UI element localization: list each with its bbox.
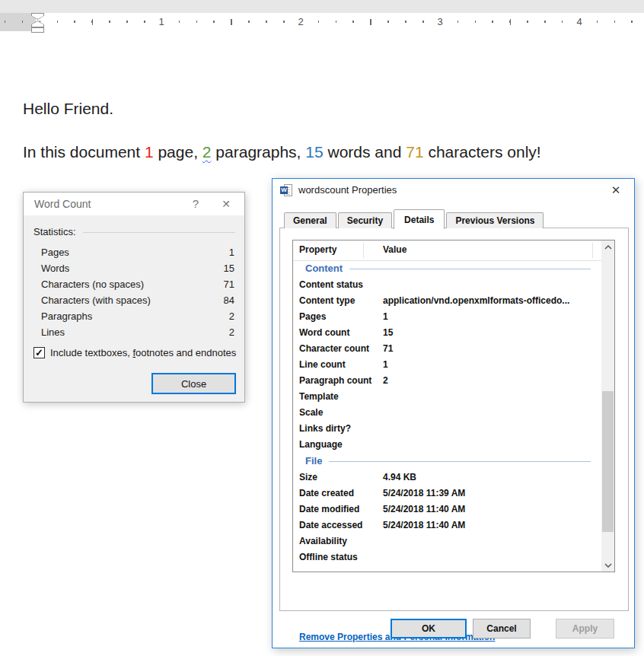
ruler-label-2: 2 xyxy=(295,16,306,28)
document-paragraph-1: Hello Friend. xyxy=(23,100,113,118)
property-row[interactable]: Offline status xyxy=(293,549,601,565)
include-textboxes-option[interactable]: ✓ Include textboxes, footnotes and endno… xyxy=(33,347,236,358)
file-properties-dialog: W wordscount Properties ✕ General Securi… xyxy=(272,178,635,648)
tab-security[interactable]: Security xyxy=(338,212,392,228)
ruler-ticks-half xyxy=(22,19,644,25)
column-divider xyxy=(363,243,364,258)
scrollbar-thumb[interactable] xyxy=(602,391,614,532)
details-tab-page: Property Value Content Content status Co… xyxy=(279,228,629,611)
close-button[interactable]: Close xyxy=(151,373,236,394)
properties-tabs: General Security Details Previous Versio… xyxy=(284,209,545,228)
checkbox-label: Include textboxes, footnotes and endnote… xyxy=(50,347,236,358)
stat-row-pages: Pages 1 xyxy=(24,244,244,260)
word-count-title: Word Count xyxy=(34,193,91,215)
stat-row-paragraphs: Paragraphs 2 xyxy=(24,308,244,324)
doc-text: words and xyxy=(324,143,406,161)
first-line-indent-marker[interactable] xyxy=(31,13,44,20)
property-row[interactable]: Language xyxy=(293,437,601,453)
stat-row-lines: Lines 2 xyxy=(24,324,244,340)
horizontal-ruler: 1 2 3 4 xyxy=(0,0,644,31)
doc-text: In this document xyxy=(23,143,145,161)
indent-markers xyxy=(31,13,44,33)
tab-previous-versions[interactable]: Previous Versions xyxy=(446,212,544,228)
doc-text: paragraphs, xyxy=(212,143,306,161)
doc-characters-number: 71 xyxy=(406,143,423,161)
properties-list-header: Property Value xyxy=(293,240,601,261)
ruler-label-3: 3 xyxy=(434,16,445,28)
doc-words-number: 15 xyxy=(305,143,323,161)
word-count-titlebar[interactable]: Word Count ? ✕ xyxy=(24,193,244,215)
property-row[interactable]: Availability xyxy=(293,533,601,549)
cancel-button[interactable]: Cancel xyxy=(473,619,531,638)
column-header-property[interactable]: Property xyxy=(299,240,336,260)
property-row[interactable]: Date modified 5/24/2018 11:40 AM xyxy=(293,502,601,517)
property-row[interactable]: Size 4.94 KB xyxy=(293,470,601,486)
hanging-indent-marker[interactable] xyxy=(31,21,44,27)
check-icon: ✓ xyxy=(35,348,43,358)
doc-text: characters only! xyxy=(424,143,541,161)
statistics-label: Statistics: xyxy=(33,226,76,237)
property-row[interactable]: Paragraph count 2 xyxy=(293,373,601,389)
scroll-up-icon[interactable] xyxy=(601,240,614,253)
section-header-content: Content xyxy=(293,260,601,277)
scroll-down-icon[interactable] xyxy=(601,559,614,572)
column-divider xyxy=(592,243,593,258)
property-row[interactable]: Line count 1 xyxy=(293,357,601,373)
properties-titlebar[interactable]: W wordscount Properties ✕ xyxy=(273,179,634,202)
document-paragraph-2: In this document 1 page, 2 paragraphs, 1… xyxy=(23,143,541,161)
tab-details[interactable]: Details xyxy=(394,209,445,229)
property-row[interactable]: Word count 15 xyxy=(293,325,601,341)
help-icon[interactable]: ? xyxy=(187,193,205,215)
property-row[interactable]: Content type application/vnd.openxmlform… xyxy=(293,293,601,309)
property-row[interactable]: Character count 71 xyxy=(293,341,601,357)
statistics-divider xyxy=(83,232,235,233)
property-row[interactable]: Date created 5/24/2018 11:39 AM xyxy=(293,486,601,502)
ok-button[interactable]: OK xyxy=(391,619,467,638)
property-row[interactable]: Links dirty? xyxy=(293,421,601,437)
doc-text: page, xyxy=(154,143,202,161)
left-indent-marker[interactable] xyxy=(31,27,44,33)
doc-pages-number: 1 xyxy=(145,143,154,161)
vertical-scrollbar[interactable] xyxy=(601,240,614,572)
close-icon[interactable]: ✕ xyxy=(217,193,235,215)
property-row[interactable]: Pages 1 xyxy=(293,309,601,325)
doc-paragraphs-number: 2 xyxy=(202,143,212,161)
property-row[interactable]: Date accessed 5/24/2018 11:40 AM xyxy=(293,517,601,533)
column-header-value[interactable]: Value xyxy=(383,240,406,260)
word-count-dialog: Word Count ? ✕ Statistics: Pages 1 Words… xyxy=(23,192,245,403)
apply-button-disabled: Apply xyxy=(556,619,614,638)
checkbox-checked[interactable]: ✓ xyxy=(33,347,45,358)
stat-row-words: Words 15 xyxy=(24,260,244,276)
stat-row-chars-with-spaces: Characters (with spaces) 84 xyxy=(24,292,244,308)
stat-row-chars-no-spaces: Characters (no spaces) 71 xyxy=(24,276,244,292)
properties-title: wordscount Properties xyxy=(298,179,397,202)
section-header-file: File xyxy=(293,453,601,470)
close-icon[interactable]: ✕ xyxy=(607,179,625,202)
property-row[interactable]: Template xyxy=(293,389,601,405)
statistics-table: Pages 1 Words 15 Characters (no spaces) … xyxy=(24,244,244,340)
ruler-band: 1 2 3 4 xyxy=(0,13,644,31)
tab-general[interactable]: General xyxy=(284,212,336,228)
word-document-icon: W xyxy=(280,184,293,196)
property-row[interactable]: Scale xyxy=(293,405,601,421)
properties-list: Property Value Content Content status Co… xyxy=(292,240,615,572)
ruler-label-1: 1 xyxy=(155,16,167,28)
properties-rows: Content Content status Content type appl… xyxy=(293,260,601,565)
ruler-label-4: 4 xyxy=(573,16,585,28)
property-row[interactable]: Content status xyxy=(293,277,601,293)
